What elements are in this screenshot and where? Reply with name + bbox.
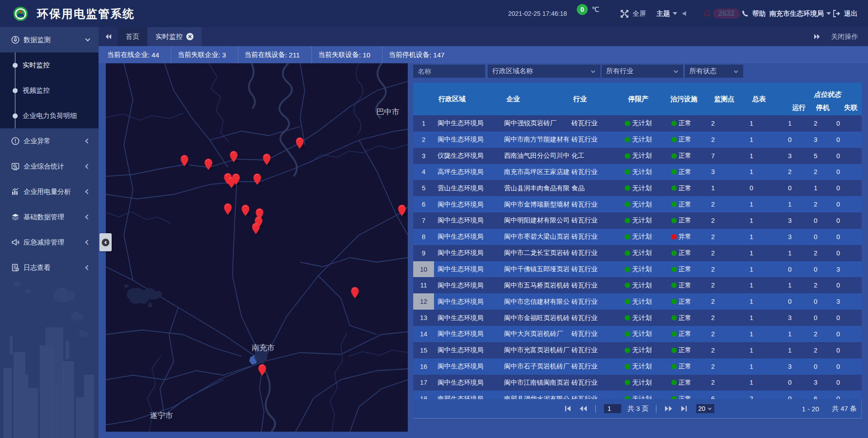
table-row[interactable]: 14阆中生态环境局阆中大兴页岩机砖厂砖瓦行业无计划正常21120 (413, 326, 862, 342)
range-label: 1 - 20 (802, 405, 819, 413)
status-dot-green (625, 202, 630, 207)
notification-badge: 2632 (713, 9, 740, 19)
table-row[interactable]: 3仪陇生态环境局西南油气田分公司川中化工无计划正常71350 (413, 148, 862, 164)
tab-home[interactable]: 首页 (118, 27, 147, 46)
app-logo (14, 7, 28, 21)
sidebar-item-data-monitoring[interactable]: 数据监测 (0, 27, 99, 52)
table-row[interactable]: 7阆中生态环境局阆中明阳建材有限公司砖瓦行业无计划正常21300 (413, 212, 862, 229)
status-dot-green (671, 250, 677, 256)
page-size-select[interactable]: 20 (696, 404, 715, 413)
header-datetime: 2021-02-25 17:46:18 (508, 0, 567, 27)
table-row[interactable]: 8阆中生态环境局阆中市枣碧大梁山页岩砖瓦行业无计划异常21300 (413, 229, 862, 245)
cell-lost: 0 (827, 180, 862, 196)
sidebar-item-enterprise-statistics[interactable]: 企业综合统计 (0, 154, 99, 179)
table-row[interactable]: 10阆中生态环境局阆中千佛镇五郎垭页岩砖瓦行业无计划正常21003 (413, 261, 862, 278)
submenu-dot (13, 63, 18, 68)
next-page-button[interactable] (663, 403, 674, 414)
tab-realtime-monitoring[interactable]: 实时监控 ✕ (147, 27, 202, 46)
region-filter-select[interactable]: 行政区域名称 (488, 65, 600, 78)
table-row[interactable]: 15阆中生态环境局阆中市光富页岩机砖厂砖瓦行业无计划正常21120 (413, 342, 862, 358)
sidebar-item-label: 企业异常 (24, 137, 51, 146)
sidebar-item-power-analysis[interactable]: 企业用电量分析 (0, 179, 99, 204)
name-input[interactable] (418, 67, 481, 75)
cell-company: 阆中市江南镇阆南页岩 (500, 375, 571, 391)
cell-monitor: 2 (702, 229, 738, 245)
table-row[interactable]: 18南部生态环境局南部县强华水泥有限公砖瓦行业无计划正常62060 (413, 391, 862, 399)
sidebar-item-label: 应急减排管理 (24, 238, 64, 247)
row-index: 15 (413, 342, 434, 358)
help-button[interactable]: 帮助 (741, 0, 766, 27)
table-row[interactable]: 16阆中生态环境局阆中市石子页岩机砖厂砖瓦行业无计划正常21300 (413, 358, 862, 375)
sidebar-item-enterprise-abnormal[interactable]: 企业异常 (0, 128, 99, 154)
cell-facility: 正常 (661, 212, 702, 229)
status-dot-green (671, 364, 677, 369)
header-company: 企业 (500, 83, 571, 115)
table-row[interactable]: 11阆中生态环境局阆中市五马桥页岩机砖砖瓦行业无计划正常21120 (413, 277, 862, 293)
pagination-divider (656, 405, 656, 413)
map-panel[interactable]: 巴中市南充市遂宁市 (106, 63, 408, 432)
cell-stop: 0 (804, 310, 827, 326)
table-row[interactable]: 5营山生态环境局营山县润丰肉食品有限食品无计划正常10010 (413, 180, 862, 196)
map-city-label: 南充市 (252, 344, 275, 352)
prev-page-button[interactable] (578, 403, 589, 414)
status-dot-green (625, 121, 630, 126)
cell-run: 2 (776, 164, 804, 180)
page-number-input[interactable] (604, 404, 621, 413)
table-row[interactable]: 2阆中生态环境局阆中市南方节能建材有砖瓦行业无计划正常21030 (413, 132, 862, 148)
table-row[interactable]: 4高坪生态环境局南充市高坪区王家店建砖瓦行业无计划正常31220 (413, 164, 862, 180)
cell-region: 阆中生态环境局 (434, 310, 500, 326)
sidebar-item-power-load-detail[interactable]: 企业电力负荷明细 (0, 103, 99, 128)
cell-industry: 砖瓦行业 (571, 342, 616, 358)
table-header: 行政区域 企业 行业 停限产 治污设施 监测点 总表 点位状态 运行 停机 失联 (413, 83, 862, 115)
fullscreen-button[interactable]: 全屏 (620, 0, 646, 27)
cell-facility: 正常 (661, 310, 702, 326)
sidebar-item-log-view[interactable]: 日志查看 (0, 255, 99, 280)
submenu-item-label: 实时监控 (23, 61, 50, 70)
table-row[interactable]: 1阆中生态环境局阆中强锐页岩砖厂砖瓦行业无计划正常21120 (413, 115, 862, 132)
cell-production: 无计划 (616, 132, 661, 148)
stat-offline-devices: 当前失联设备: 10 (312, 46, 382, 63)
cell-company: 阆中市枣碧大梁山页岩 (500, 229, 571, 245)
org-dropdown[interactable]: 南充市生态环境局 (769, 0, 831, 27)
close-operations-button[interactable]: 关闭操作 (831, 33, 858, 41)
sidebar-item-realtime-monitoring[interactable]: 实时监控 (0, 52, 99, 78)
sidebar-item-video-monitoring[interactable]: 视频监控 (0, 78, 99, 103)
last-page-button[interactable] (679, 403, 689, 414)
tab-bar: 首页 实时监控 ✕ 关闭操作 (99, 27, 868, 46)
status-dot-green (625, 315, 630, 320)
tab-scroll-left-button[interactable] (99, 27, 118, 46)
table-row[interactable]: 9阆中生态环境局阆中市二龙长宝页岩砖砖瓦行业无计划正常21120 (413, 245, 862, 261)
table-row[interactable]: 6阆中生态环境局阆中市金博瑞新型墙材砖瓦行业无计划正常21120 (413, 196, 862, 212)
sidebar-item-emergency-management[interactable]: 应急减排管理 (0, 230, 99, 255)
cell-meter: 1 (738, 342, 776, 358)
map-city-label: 遂宁市 (150, 411, 173, 420)
cell-stop: 5 (804, 148, 827, 164)
logout-button[interactable]: 退出 (833, 0, 858, 27)
cell-facility: 正常 (661, 245, 702, 261)
stat-stopped-devices: 当前停机设备: 147 (382, 46, 456, 63)
theme-dropdown[interactable]: 主题 (656, 0, 677, 27)
notification-bell[interactable]: 2632 (703, 0, 740, 27)
cell-run: 1 (776, 245, 804, 261)
mute-button[interactable] (682, 0, 689, 27)
sidebar-item-basic-data[interactable]: 基础数据管理 (0, 204, 99, 230)
tab-close-icon[interactable]: ✕ (186, 33, 193, 40)
total-pages-label: 共 3 页 (627, 405, 649, 413)
map-collapse-button[interactable] (99, 233, 112, 251)
cell-lost: 0 (827, 148, 862, 164)
table-row[interactable]: 17阆中生态环境局阆中市江南镇阆南页岩砖瓦行业无计划正常21030 (413, 375, 862, 391)
cell-run: 0 (776, 132, 804, 148)
name-filter-input[interactable] (413, 65, 485, 78)
sidebar-item-label: 日志查看 (24, 264, 51, 272)
cell-facility: 正常 (661, 326, 702, 342)
pagination-summary: 1 - 20 共 47 条 (802, 399, 857, 419)
tab-scroll-right-button[interactable] (810, 34, 824, 39)
table-row[interactable]: 13阆中生态环境局阆中市金福旺页岩机砖砖瓦行业无计划正常21300 (413, 310, 862, 326)
table-row[interactable]: 12阆中生态环境局阆中市忠信建材有限公砖瓦行业无计划正常21003 (413, 293, 862, 310)
first-page-button[interactable] (562, 403, 573, 414)
row-index: 10 (413, 261, 434, 278)
cell-production: 无计划 (616, 148, 661, 164)
status-dot-green (625, 137, 630, 142)
industry-filter-select[interactable]: 所有行业 (602, 65, 683, 78)
status-filter-select[interactable]: 所有状态 (685, 65, 743, 78)
